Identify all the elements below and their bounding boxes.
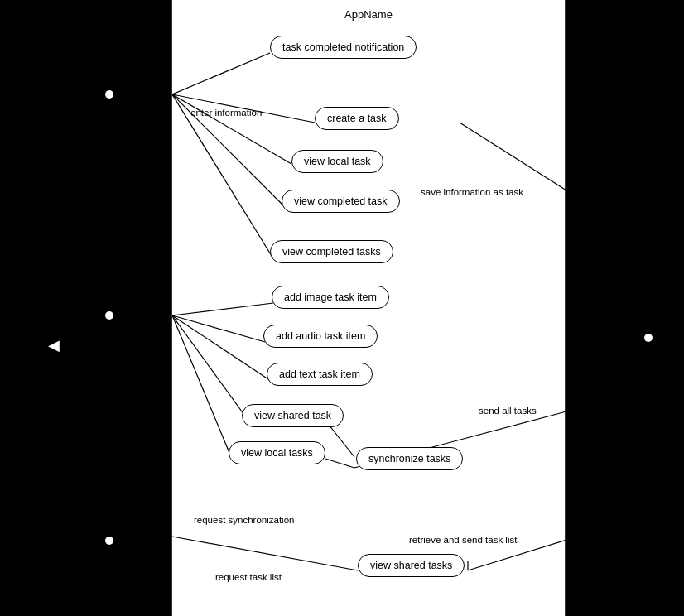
label-request-synchronization: request synchronization [194,515,294,525]
dot-1 [105,90,113,99]
svg-line-9 [172,315,232,459]
node-create-a-task: create a task [315,107,399,130]
svg-line-6 [172,315,265,342]
label-retrieve-and-send-task-list: retrieve and send task list [409,535,517,545]
node-view-local-task: view local task [291,150,383,173]
dot-3 [105,537,113,545]
node-view-shared-task: view shared task [242,404,344,427]
node-synchronize-tasks: synchronize tasks [356,447,463,470]
svg-line-11 [460,123,566,190]
node-view-completed-tasks: view completed tasks [270,240,393,263]
node-add-text-task-item: add text task item [267,363,373,386]
label-enter-information: enter information [190,108,262,118]
dot-2 [105,311,113,320]
dot-right [644,334,653,342]
node-add-image-task-item: add image task item [272,286,389,309]
svg-line-7 [172,315,268,379]
label-save-information-as-task: save information as task [421,187,523,197]
node-view-local-tasks: view local tasks [229,441,325,464]
svg-line-5 [172,303,273,315]
svg-line-8 [172,315,248,421]
app-title: AppName [344,8,393,21]
svg-line-10 [172,537,358,570]
arrow-left: ◀ [48,336,60,354]
label-request-task-list: request task list [215,572,282,582]
node-task-completed-notification: task completed notification [270,36,417,59]
svg-line-0 [172,53,270,94]
svg-line-2 [172,94,291,164]
svg-line-14 [325,459,354,468]
node-add-audio-task-item: add audio task item [263,325,378,348]
node-view-completed-task: view completed task [282,190,400,213]
node-view-shared-tasks: view shared tasks [358,554,465,577]
label-send-all-tasks: send all tasks [479,406,537,416]
svg-line-4 [172,94,272,256]
diagram-area: AppName task completed notification [171,0,566,616]
